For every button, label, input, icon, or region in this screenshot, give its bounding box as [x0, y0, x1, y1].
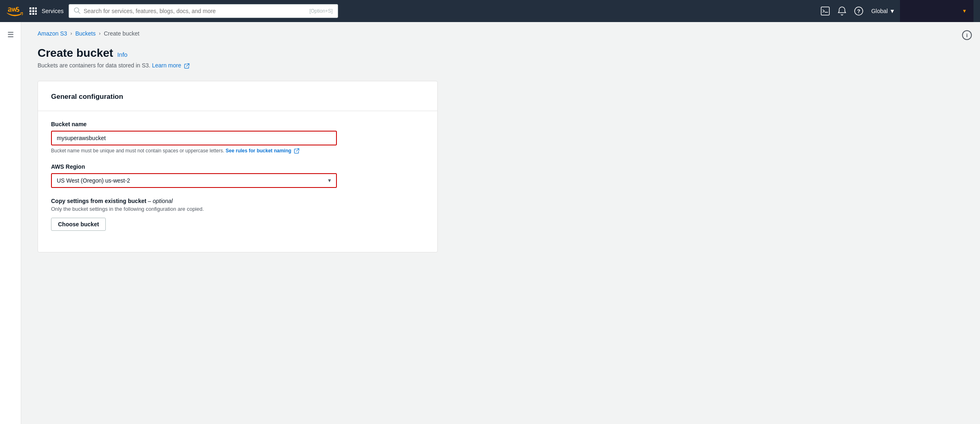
services-label[interactable]: Services: [42, 8, 64, 14]
hamburger-icon[interactable]: ☰: [7, 30, 14, 416]
info-link[interactable]: Info: [117, 51, 127, 58]
breadcrumb-s3-link[interactable]: Amazon S3: [38, 30, 67, 37]
external-link-icon: [184, 63, 189, 69]
breadcrumb-current: Create bucket: [104, 30, 139, 37]
copy-settings-title: Copy settings from existing bucket – opt…: [51, 198, 424, 204]
svg-line-10: [78, 11, 80, 13]
learn-more-link[interactable]: Learn more: [152, 62, 181, 69]
account-bar[interactable]: ▼: [900, 0, 973, 22]
global-dropdown[interactable]: Global ▼: [871, 8, 895, 14]
svg-rect-0: [29, 7, 31, 9]
search-shortcut: [Option+S]: [310, 8, 333, 14]
svg-rect-7: [32, 13, 34, 15]
svg-rect-2: [35, 7, 37, 9]
breadcrumb-sep-1: ›: [70, 31, 72, 36]
copy-settings-desc: Only the bucket settings in the followin…: [51, 206, 424, 212]
bucket-name-hint: Bucket name must be unique and must not …: [51, 148, 424, 154]
global-label: Global: [871, 8, 888, 14]
main-content: i Amazon S3 › Buckets › Create bucket Cr…: [21, 22, 980, 424]
aws-region-select[interactable]: US East (N. Virginia) us-east-1 US East …: [51, 173, 337, 188]
aws-region-select-wrapper: US East (N. Virginia) us-east-1 US East …: [51, 173, 337, 188]
choose-bucket-button[interactable]: Choose bucket: [51, 218, 106, 231]
aws-region-group: AWS Region US East (N. Virginia) us-east…: [51, 163, 424, 188]
notifications-icon[interactable]: [838, 7, 846, 16]
svg-rect-8: [35, 13, 37, 15]
global-chevron-icon: ▼: [889, 8, 895, 14]
svg-rect-4: [32, 10, 34, 12]
breadcrumb: Amazon S3 › Buckets › Create bucket: [38, 30, 964, 37]
svg-rect-3: [29, 10, 31, 12]
page-title-row: Create bucket Info: [38, 47, 964, 60]
svg-line-16: [296, 149, 299, 152]
breadcrumb-buckets-link[interactable]: Buckets: [75, 30, 96, 37]
svg-rect-5: [35, 10, 37, 12]
aws-logo[interactable]: [7, 5, 23, 17]
svg-rect-1: [32, 7, 34, 9]
top-navigation: Services [Option+S]: [0, 0, 980, 22]
svg-rect-11: [821, 7, 829, 15]
copy-settings-group: Copy settings from existing bucket – opt…: [51, 198, 424, 231]
page-layout: ☰ i Amazon S3 › Buckets › Create bucket …: [0, 22, 980, 424]
sidebar-toggle: ☰: [0, 22, 21, 424]
page-subtitle: Buckets are containers for data stored i…: [38, 62, 964, 69]
search-icon: [74, 7, 80, 15]
nav-right-icons: ? Global ▼: [821, 7, 895, 16]
form-divider: [38, 111, 437, 111]
naming-rules-external-icon: [294, 148, 299, 154]
bucket-naming-rules-link[interactable]: See rules for bucket naming: [226, 148, 299, 154]
svg-line-15: [186, 64, 189, 67]
bucket-name-label: Bucket name: [51, 121, 424, 127]
page-info-icon[interactable]: i: [962, 30, 972, 40]
general-config-card: General configuration Bucket name Bucket…: [38, 81, 438, 252]
help-icon[interactable]: ?: [854, 7, 863, 16]
page-title: Create bucket: [38, 47, 113, 60]
svg-text:?: ?: [857, 8, 860, 14]
account-chevron-icon: ▼: [962, 8, 967, 14]
search-input[interactable]: [84, 8, 306, 14]
bucket-name-group: Bucket name Bucket name must be unique a…: [51, 121, 424, 154]
breadcrumb-sep-2: ›: [99, 31, 100, 36]
aws-region-label: AWS Region: [51, 163, 424, 170]
svg-rect-6: [29, 13, 31, 15]
cloudshell-icon[interactable]: [821, 7, 830, 16]
search-bar[interactable]: [Option+S]: [69, 4, 338, 18]
card-section-title: General configuration: [51, 93, 424, 101]
bucket-name-input[interactable]: [51, 131, 337, 145]
grid-icon[interactable]: [29, 7, 37, 15]
